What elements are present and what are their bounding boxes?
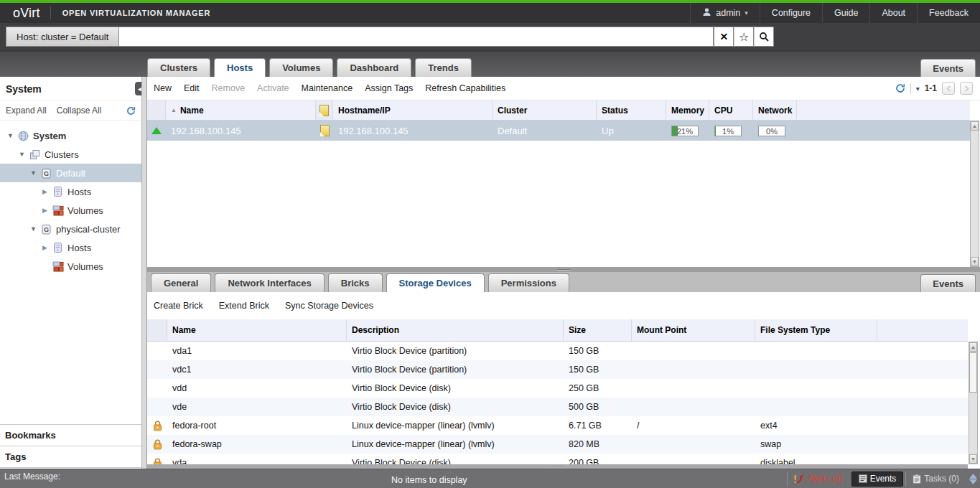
main-events-button[interactable]: Events — [920, 59, 976, 77]
detail-tab-network-interfaces[interactable]: Network Interfaces — [215, 273, 324, 292]
host-row-selected[interactable]: 192.168.100.145 192.168.100.145 Default … — [147, 121, 970, 141]
lock-cell-empty — [147, 342, 167, 360]
tree-item-hosts[interactable]: ▶Hosts — [0, 238, 141, 257]
search-scope-button[interactable]: Host: cluster = Default — [6, 27, 119, 47]
expander-closed-icon[interactable]: ▶ — [39, 207, 51, 214]
tree-item-system[interactable]: ▼System — [0, 126, 141, 145]
tree-item-label: Volumes — [67, 205, 103, 216]
tree-item-physical-cluster[interactable]: ▼Gphysical-cluster — [0, 220, 141, 238]
events-status-button[interactable]: Events — [851, 471, 904, 487]
scroll-down-icon[interactable]: ▼ — [971, 257, 979, 266]
column-header-fs-type[interactable]: File System Type — [755, 319, 877, 341]
collapse-all-link[interactable]: Collapse All — [57, 105, 102, 116]
column-header-hostname[interactable]: Hostname/IP — [333, 100, 493, 120]
hosts-scrollbar[interactable]: ▲ ▼ — [970, 121, 979, 267]
sidebar-splitter[interactable] — [141, 77, 147, 469]
sidebar-section-tags[interactable]: Tags — [0, 446, 141, 467]
statusbar-expand-toggle[interactable] — [968, 474, 978, 484]
action-sync-storage-devices[interactable]: Sync Storage Devices — [285, 301, 373, 311]
scroll-up-icon[interactable]: ▲ — [969, 342, 977, 352]
prev-page-button[interactable] — [942, 82, 955, 95]
row-status-column-header[interactable] — [147, 100, 166, 120]
expander-open-icon[interactable]: ▼ — [27, 225, 39, 233]
nav-about[interactable]: About — [869, 3, 917, 23]
expander-open-icon[interactable]: ▼ — [4, 132, 17, 139]
tab-hosts[interactable]: Hosts — [214, 58, 266, 77]
sidebar-section-bookmarks[interactable]: Bookmarks — [0, 424, 141, 446]
tree-item-volumes[interactable]: ▶Volumes — [0, 201, 141, 220]
storage-scrollbar[interactable]: ▲ ▼ — [969, 342, 978, 464]
action-edit[interactable]: Edit — [184, 83, 200, 93]
panel-splitter[interactable] — [147, 267, 980, 272]
nav-configure[interactable]: Configure — [760, 3, 822, 23]
refresh-icon[interactable] — [895, 83, 905, 93]
detail-tab-permissions[interactable]: Permissions — [488, 273, 569, 292]
storage-cell-description: Virtio Block Device (disk) — [347, 398, 564, 416]
storage-row-fedora-swap[interactable]: fedora-swapLinux device-mapper (linear) … — [147, 435, 968, 454]
expander-closed-icon[interactable]: ▶ — [39, 188, 51, 195]
volume-icon — [51, 261, 65, 272]
column-header-status[interactable]: Status — [597, 100, 666, 120]
refresh-menu-caret-icon[interactable]: ▾ — [916, 85, 920, 93]
pagination-controls: ▾ 1-1 — [895, 82, 973, 95]
hosts-table-header: ▲Name Hostname/IP Cluster Status Memory … — [147, 100, 970, 121]
action-assign-tags[interactable]: Assign Tags — [365, 83, 413, 93]
storage-row-vdd[interactable]: vddVirtio Block Device (disk)250 GB — [147, 379, 968, 398]
column-header-mount-point[interactable]: Mount Point — [632, 319, 755, 341]
expander-open-icon[interactable]: ▼ — [16, 151, 28, 158]
user-menu[interactable]: admin ▾ — [690, 3, 760, 23]
detail-events-button[interactable]: Events — [920, 274, 976, 292]
storage-cell-name: vdd — [167, 379, 347, 398]
lock-column-header — [147, 319, 167, 341]
storage-row-vda[interactable]: vdaVirtio Block Device (disk)200 GBdiskl… — [147, 454, 968, 464]
sort-asc-icon: ▲ — [171, 107, 177, 113]
detail-tab-bricks[interactable]: Bricks — [328, 273, 383, 292]
tab-dashboard[interactable]: Dashboard — [337, 58, 411, 77]
action-refresh-capabilities[interactable]: Refresh Capabilities — [425, 83, 505, 93]
action-extend-brick[interactable]: Extend Brick — [219, 301, 269, 311]
storage-cell-mount-point — [632, 435, 755, 454]
storage-row-vde[interactable]: vdeVirtio Block Device (disk)500 GB — [147, 398, 968, 416]
expander-open-icon[interactable]: ▼ — [27, 169, 39, 177]
scroll-down-icon[interactable]: ▼ — [969, 454, 977, 464]
column-header-cpu[interactable]: CPU — [709, 100, 753, 120]
tasks-button[interactable]: Tasks (0) — [905, 471, 966, 487]
scroll-thumb[interactable] — [969, 352, 977, 393]
search-input[interactable] — [119, 27, 714, 47]
next-page-button[interactable] — [960, 82, 973, 95]
storage-row-vdc1[interactable]: vdc1Virtio Block Device (partition)150 G… — [147, 360, 968, 379]
bookmark-search-button[interactable]: ☆ — [734, 27, 754, 47]
storage-cell-size: 250 GB — [564, 379, 632, 398]
column-header-cluster[interactable]: Cluster — [493, 100, 597, 120]
detail-tab-storage-devices[interactable]: Storage Devices — [386, 273, 485, 292]
tree-item-clusters[interactable]: ▼Clusters — [0, 145, 141, 164]
tab-clusters[interactable]: Clusters — [147, 58, 210, 77]
action-maintenance[interactable]: Maintenance — [302, 83, 353, 93]
search-button[interactable] — [754, 27, 774, 47]
storage-row-vda1[interactable]: vda1Virtio Block Device (partition)150 G… — [147, 342, 968, 360]
tree-refresh-icon[interactable] — [126, 106, 136, 116]
column-header-description[interactable]: Description — [347, 319, 564, 341]
column-header-name[interactable]: Name — [167, 319, 347, 341]
expander-closed-icon[interactable]: ▶ — [39, 244, 51, 251]
tree-item-hosts[interactable]: ▶Hosts — [0, 182, 141, 201]
scroll-up-icon[interactable]: ▲ — [971, 121, 979, 131]
nav-feedback[interactable]: Feedback — [917, 3, 980, 23]
storage-row-fedora-root[interactable]: fedora-rootLinux device-mapper (linear) … — [147, 416, 968, 435]
column-header-network[interactable]: Network — [753, 100, 797, 120]
column-header-note[interactable] — [316, 100, 333, 120]
detail-tab-general[interactable]: General — [151, 273, 211, 292]
tree-item-volumes[interactable]: Volumes — [0, 257, 141, 276]
alerts-button[interactable]: Alerts (0) — [787, 471, 849, 487]
action-new[interactable]: New — [154, 83, 172, 93]
column-header-memory[interactable]: Memory — [666, 100, 709, 120]
expand-all-link[interactable]: Expand All — [6, 105, 47, 116]
column-header-size[interactable]: Size — [564, 319, 632, 341]
tab-trends[interactable]: Trends — [415, 58, 472, 77]
clear-search-button[interactable]: ✕ — [714, 27, 734, 47]
column-header-name[interactable]: ▲Name — [166, 100, 316, 120]
tab-volumes[interactable]: Volumes — [269, 58, 333, 77]
tree-item-default[interactable]: ▼GDefault — [0, 164, 141, 182]
nav-guide[interactable]: Guide — [822, 3, 869, 23]
action-create-brick[interactable]: Create Brick — [154, 301, 203, 311]
